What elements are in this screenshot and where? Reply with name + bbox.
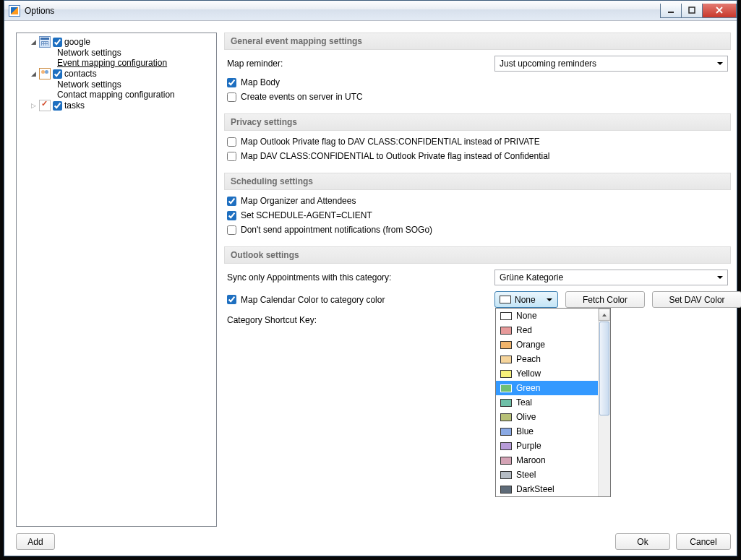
minimize-button[interactable] — [660, 4, 682, 18]
tree-child-label: Event mapping configuration — [57, 58, 167, 68]
ok-button[interactable]: Ok — [615, 533, 670, 550]
section-header-privacy: Privacy settings — [224, 113, 731, 131]
window-controls — [661, 4, 737, 18]
color-swatch-icon — [500, 341, 512, 349]
no-notifications-checkbox[interactable] — [227, 225, 236, 235]
section-header-scheduling: Scheduling settings — [224, 173, 731, 190]
color-option-label: Olive — [516, 412, 536, 422]
svg-rect-1 — [689, 7, 695, 13]
tree-pane: ◢googleNetwork settingsEvent mapping con… — [16, 33, 217, 527]
tree-child-label: Network settings — [57, 79, 121, 90]
tree-node-google[interactable]: ◢google — [18, 36, 215, 48]
tree-label: google — [64, 37, 90, 47]
sync-category-label: Sync only Appointments with this categor… — [227, 272, 494, 283]
color-option-steel[interactable]: Steel — [496, 468, 598, 482]
color-option-purple[interactable]: Purple — [496, 439, 598, 453]
tree-node-tasks[interactable]: ▷tasks — [18, 100, 215, 111]
tree-checkbox[interactable] — [53, 69, 62, 79]
maximize-button[interactable] — [681, 4, 703, 18]
svg-rect-0 — [668, 12, 674, 13]
collapse-icon[interactable]: ◢ — [30, 38, 37, 46]
tree-node-contacts[interactable]: ◢contacts — [18, 68, 215, 79]
color-swatch-icon — [500, 428, 512, 436]
color-dropdown-list: NoneRedOrangePeachYellowGreenTealOliveBl… — [495, 308, 611, 497]
color-dropdown-button[interactable]: None NoneRedOrangePeachYellowGreenTealOl… — [494, 291, 558, 308]
color-option-label: Blue — [516, 426, 534, 436]
color-swatch-icon — [500, 486, 512, 494]
map-body-label: Map Body — [241, 77, 280, 87]
tree-child-item[interactable]: Network settings — [18, 79, 215, 90]
color-option-maroon[interactable]: Maroon — [496, 453, 598, 468]
map-color-label: Map Calendar Color to category color — [241, 295, 385, 305]
fetch-color-button[interactable]: Fetch Color — [565, 291, 645, 308]
color-option-label: Green — [516, 383, 540, 393]
map-color-checkbox[interactable] — [227, 295, 236, 304]
color-swatch-icon — [500, 312, 512, 320]
scrollbar[interactable] — [598, 309, 610, 496]
cancel-button[interactable]: Cancel — [676, 533, 731, 550]
set-dav-color-button[interactable]: Set DAV Color — [652, 291, 741, 308]
color-option-green[interactable]: Green — [496, 381, 598, 395]
color-option-none[interactable]: None — [496, 309, 598, 323]
contacts-icon — [39, 68, 51, 79]
color-swatch-icon — [500, 356, 512, 363]
privacy-opt1-checkbox[interactable] — [227, 137, 236, 147]
color-option-label: Yellow — [516, 369, 541, 379]
color-option-yellow[interactable]: Yellow — [496, 366, 598, 381]
color-swatch-icon — [500, 370, 512, 378]
create-utc-checkbox[interactable] — [227, 92, 236, 102]
tree-child-item[interactable]: Network settings — [18, 48, 215, 58]
color-option-label: None — [516, 311, 537, 321]
color-option-label: Steel — [516, 470, 536, 480]
calendar-icon — [39, 36, 51, 48]
color-option-label: Maroon — [516, 455, 546, 465]
color-option-darksteel[interactable]: DarkSteel — [496, 482, 598, 496]
privacy-opt2-checkbox[interactable] — [227, 152, 236, 161]
schedule-agent-label: Set SCHEDULE-AGENT=CLIENT — [241, 210, 372, 220]
schedule-agent-checkbox[interactable] — [227, 211, 236, 220]
tree-child-item[interactable]: Contact mapping configuration — [18, 90, 215, 100]
titlebar[interactable]: Options — [4, 1, 737, 21]
map-organizer-checkbox[interactable] — [227, 197, 236, 206]
scroll-up-icon[interactable] — [599, 309, 610, 321]
color-swatch-icon — [500, 457, 512, 465]
options-window: Options ◢googleNetwork settingsEvent map… — [4, 0, 737, 556]
map-organizer-label: Map Organizer and Attendees — [241, 196, 356, 206]
color-option-label: Peach — [516, 354, 541, 364]
tree-checkbox[interactable] — [53, 101, 62, 111]
tree-label: tasks — [64, 100, 85, 111]
profile-tree[interactable]: ◢googleNetwork settingsEvent mapping con… — [18, 36, 215, 111]
map-reminder-combo[interactable]: Just upcoming reminders — [494, 56, 728, 72]
expand-icon[interactable]: ▷ — [30, 102, 37, 109]
section-header-general: General event mapping settings — [224, 33, 731, 50]
privacy-opt1-label: Map Outlook Private flag to DAV CLASS:CO… — [241, 137, 540, 147]
map-body-checkbox[interactable] — [227, 78, 236, 87]
client-area: ◢googleNetwork settingsEvent mapping con… — [10, 27, 731, 550]
content-pane: General event mapping settings Map remin… — [224, 33, 731, 550]
scroll-thumb[interactable] — [599, 322, 609, 415]
privacy-opt2-label: Map DAV CLASS:CONFIDENTIAL to Outlook Pr… — [241, 151, 550, 161]
color-swatch-icon — [500, 327, 512, 335]
color-swatch-icon — [500, 384, 512, 392]
color-option-orange[interactable]: Orange — [496, 337, 598, 352]
color-option-olive[interactable]: Olive — [496, 410, 598, 424]
color-swatch-icon — [500, 413, 512, 421]
color-option-red[interactable]: Red — [496, 323, 598, 337]
sync-category-combo[interactable]: Grüne Kategorie — [494, 270, 728, 285]
tree-label: contacts — [64, 69, 97, 79]
add-button[interactable]: Add — [16, 533, 55, 550]
color-swatch-icon — [500, 471, 512, 479]
close-button[interactable] — [702, 4, 737, 18]
color-option-blue[interactable]: Blue — [496, 424, 598, 439]
color-swatch-icon — [500, 442, 512, 450]
color-option-peach[interactable]: Peach — [496, 352, 598, 366]
tree-checkbox[interactable] — [53, 38, 62, 47]
tasks-icon — [39, 100, 51, 111]
color-option-label: Red — [516, 325, 532, 335]
color-option-label: Purple — [516, 441, 541, 451]
color-option-label: DarkSteel — [516, 484, 554, 494]
collapse-icon[interactable]: ◢ — [30, 70, 37, 77]
color-option-teal[interactable]: Teal — [496, 395, 598, 410]
app-icon — [9, 5, 20, 17]
tree-child-item[interactable]: Event mapping configuration — [18, 58, 215, 68]
